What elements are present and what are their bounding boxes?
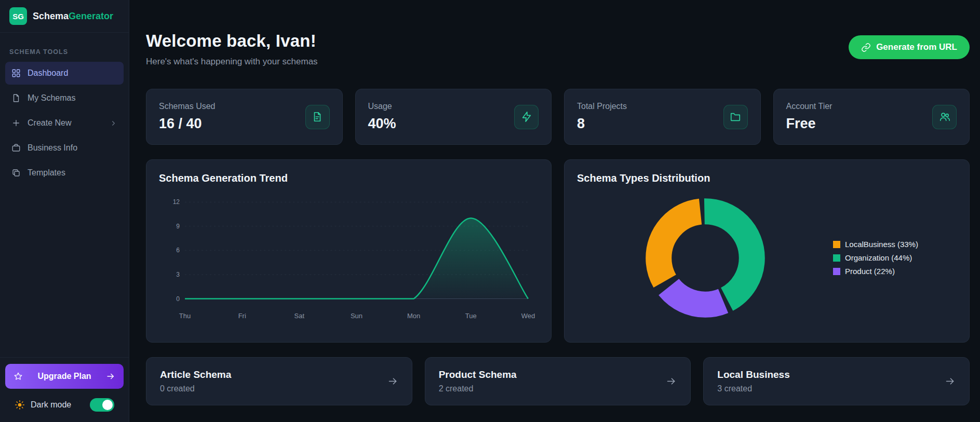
sidebar-item-label: Dashboard <box>28 69 68 78</box>
app-title: SchemaGenerator <box>33 11 113 22</box>
upgrade-plan-label: Upgrade Plan <box>28 372 101 381</box>
stat-card-schemas-used: Schemas Used 16 / 40 <box>146 89 343 145</box>
svg-text:Sat: Sat <box>294 312 305 320</box>
trend-line-chart: 036912ThuFriSatSunMonTueWed <box>159 192 539 328</box>
svg-text:9: 9 <box>176 223 180 230</box>
quick-card-local-business[interactable]: Local Business 3 created <box>703 357 970 405</box>
svg-text:3: 3 <box>176 271 180 278</box>
stat-label: Account Tier <box>786 102 833 111</box>
stat-value: 40% <box>368 116 396 132</box>
svg-text:Mon: Mon <box>407 312 420 320</box>
sidebar-item-create-new[interactable]: Create New <box>5 112 124 134</box>
app-window: SG SchemaGenerator SCHEMA TOOLS Dashboar… <box>0 0 980 422</box>
sidebar-item-business-info[interactable]: Business Info <box>5 137 124 159</box>
legend-label: Product (22%) <box>845 267 895 276</box>
page-header: Welcome back, Ivan! Here's what's happen… <box>146 31 970 67</box>
sidebar-item-label: Templates <box>28 168 65 178</box>
stat-card-account-tier: Account Tier Free <box>773 89 970 145</box>
star-icon <box>14 372 23 381</box>
legend-item: Product (22%) <box>833 267 957 276</box>
sun-icon <box>15 400 25 410</box>
distribution-chart-title: Schema Types Distribution <box>577 172 957 184</box>
stat-value: 16 / 40 <box>159 116 216 132</box>
trend-chart-title: Schema Generation Trend <box>159 172 539 184</box>
svg-text:Thu: Thu <box>179 312 191 320</box>
quick-card-product-schema[interactable]: Product Schema 2 created <box>425 357 691 405</box>
sidebar-item-my-schemas[interactable]: My Schemas <box>5 87 124 110</box>
stat-label: Schemas Used <box>159 102 216 111</box>
legend-item: Organization (44%) <box>833 253 957 262</box>
sidebar-nav: Dashboard My Schemas Create New Business… <box>0 62 129 184</box>
stat-value: Free <box>786 116 833 132</box>
quick-card-subtitle: 3 created <box>717 384 789 393</box>
briefcase-icon <box>11 143 21 153</box>
svg-text:Tue: Tue <box>465 312 477 320</box>
sidebar-item-label: Create New <box>28 118 71 128</box>
stats-row: Schemas Used 16 / 40 Usage 40% Total P <box>146 89 970 145</box>
quick-card-title: Article Schema <box>160 369 231 380</box>
dark-mode-toggle[interactable] <box>90 398 114 412</box>
stat-label: Total Projects <box>577 102 627 111</box>
generate-from-url-button[interactable]: Generate from URL <box>849 35 970 59</box>
sidebar-item-label: Business Info <box>28 143 77 153</box>
page-title: Welcome back, Ivan! <box>146 31 318 51</box>
file-text-icon <box>305 105 330 129</box>
charts-row: Schema Generation Trend 036912ThuFriSatS… <box>146 159 970 343</box>
dark-mode-label: Dark mode <box>31 400 71 410</box>
legend-swatch <box>833 268 840 275</box>
svg-text:0: 0 <box>176 295 180 303</box>
toggle-knob <box>102 400 113 410</box>
stat-label: Usage <box>368 102 396 111</box>
logo-badge: SG <box>9 7 27 25</box>
brand-accent: Generator <box>69 11 113 21</box>
quick-card-title: Product Schema <box>439 369 517 380</box>
svg-text:Fri: Fri <box>238 312 246 320</box>
template-icon <box>11 168 21 178</box>
legend-item: LocalBusiness (33%) <box>833 240 957 249</box>
quick-card-subtitle: 2 created <box>439 384 517 393</box>
arrow-right-icon <box>106 372 115 381</box>
generate-from-url-label: Generate from URL <box>876 42 957 52</box>
svg-text:Sun: Sun <box>351 312 363 320</box>
donut-wrap: LocalBusiness (33%)Organization (44%)Pro… <box>577 186 957 329</box>
file-icon <box>11 93 21 103</box>
main-content: Welcome back, Ivan! Here's what's happen… <box>129 0 980 422</box>
plus-icon <box>11 118 21 128</box>
app-logo: SG SchemaGenerator <box>0 0 129 33</box>
legend-label: LocalBusiness (33%) <box>845 240 918 249</box>
dark-mode-row: Dark mode <box>5 389 124 422</box>
sidebar-item-dashboard[interactable]: Dashboard <box>5 62 124 85</box>
sidebar-bottom: Upgrade Plan Dark mode <box>0 357 129 422</box>
svg-text:Wed: Wed <box>521 312 535 320</box>
legend-swatch <box>833 241 840 248</box>
stat-value: 8 <box>577 116 627 132</box>
upgrade-plan-button[interactable]: Upgrade Plan <box>5 364 124 389</box>
quick-card-subtitle: 0 created <box>160 384 231 393</box>
donut-chart <box>640 193 770 323</box>
svg-text:12: 12 <box>173 198 180 206</box>
distribution-chart-card: Schema Types Distribution LocalBusiness … <box>564 159 970 343</box>
arrow-right-icon <box>945 376 956 387</box>
sidebar-item-templates[interactable]: Templates <box>5 161 124 184</box>
sidebar: SG SchemaGenerator SCHEMA TOOLS Dashboar… <box>0 0 129 422</box>
arrow-right-icon <box>387 376 398 387</box>
legend-swatch <box>833 254 840 262</box>
donut-legend: LocalBusiness (33%)Organization (44%)Pro… <box>833 240 957 276</box>
svg-text:6: 6 <box>176 247 180 254</box>
link-icon <box>861 43 871 52</box>
legend-label: Organization (44%) <box>845 253 912 262</box>
chevron-right-icon <box>110 119 117 127</box>
arrow-right-icon <box>666 376 677 387</box>
brand-primary: Schema <box>33 11 69 21</box>
sidebar-section-label: SCHEMA TOOLS <box>9 48 119 56</box>
page-subtitle: Here's what's happening with your schema… <box>146 57 318 67</box>
stat-card-usage: Usage 40% <box>355 89 552 145</box>
sidebar-item-label: My Schemas <box>28 93 75 103</box>
stat-card-total-projects: Total Projects 8 <box>564 89 761 145</box>
folder-icon <box>723 105 748 129</box>
quick-card-article-schema[interactable]: Article Schema 0 created <box>146 357 412 405</box>
users-icon <box>932 105 957 129</box>
donut-area <box>577 193 833 323</box>
trend-chart-card: Schema Generation Trend 036912ThuFriSatS… <box>146 159 552 343</box>
quick-card-title: Local Business <box>717 369 789 380</box>
